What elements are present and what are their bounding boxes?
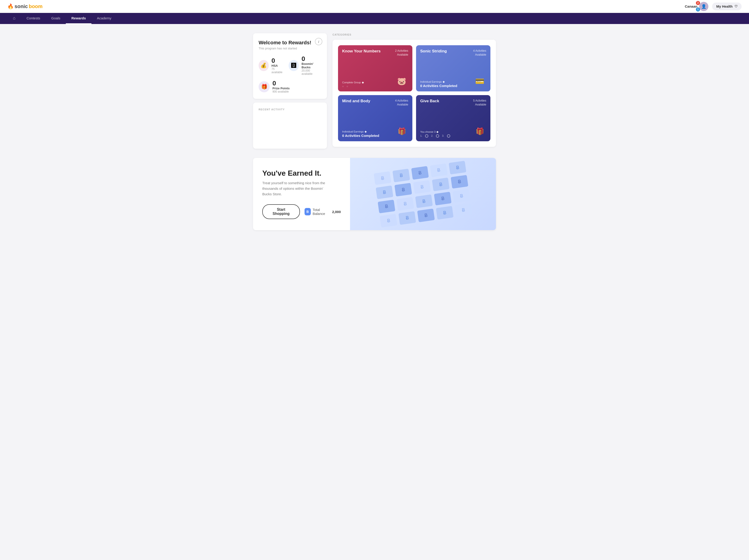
logo: 🔥 sonicboom (7, 3, 42, 9)
cat-bottom-left-sonic: Individual Earnings ◆ 0 Activities Compl… (420, 80, 457, 88)
info-icon: i (318, 40, 319, 44)
diamond-icon-know: ◆ (362, 81, 364, 84)
cat-count-line1-give: 5 Activities (473, 99, 486, 102)
dot-give-label-2: 2. (431, 134, 433, 137)
individual-earnings-label-mind: Individual Earnings (342, 130, 364, 133)
bucks-stat: 🅱 0 Boomin' Bucks 20,000 available (288, 56, 321, 76)
recent-activity-card: RECENT ACTIVITY (253, 103, 327, 149)
earnings-label-sonic: Individual Earnings ◆ (420, 80, 457, 83)
category-know-your-numbers[interactable]: Know Your Numbers 2 Activities Available… (338, 45, 412, 91)
categories-label: CATEGORIES (333, 33, 496, 36)
earnings-label-give: You choose 3 ◆ (420, 130, 450, 133)
cat-count-sonic: 4 Activities Available (473, 49, 486, 57)
welcome-subtitle: This program has not started (259, 47, 321, 50)
header-right: Canaan 2 1 👤 My Health ♡ (685, 2, 742, 11)
individual-earnings-label-sonic: Individual Earnings (420, 80, 442, 83)
cat-name-know: Know Your Numbers (342, 49, 381, 53)
cat-name-mind: Mind and Body (342, 99, 370, 103)
buck-note: Ƀ (449, 161, 466, 174)
dot-know-1: ○ (342, 85, 344, 88)
nav-contests[interactable]: Contests (21, 13, 46, 24)
logo-icon: 🔥 (7, 3, 14, 9)
buck-note: Ƀ (432, 177, 450, 191)
cat-icon-give: 🎁 (473, 125, 486, 137)
hsa-value: 0 (272, 58, 285, 64)
categories-card: Know Your Numbers 2 Activities Available… (333, 40, 496, 147)
cat-bottom-know: Complete Group ◆ ○ ○ 🐷 (342, 75, 408, 88)
user-info: Canaan 2 1 👤 (685, 2, 708, 11)
buck-note: Ƀ (434, 192, 451, 205)
cat-icon-mind: 🎁 (395, 125, 408, 137)
welcome-card: Welcome to Rewards! This program has not… (253, 33, 327, 99)
stats-row-top: 💰 0 HSA 75 available 🅱 0 Boomin' Bucks 2… (259, 56, 321, 76)
buck-note: Ƀ (376, 185, 393, 199)
diamond-icon-give: ◆ (436, 130, 438, 133)
nav-contests-label: Contests (26, 16, 40, 20)
balance-info: B Total Balance 2,000 (304, 208, 341, 216)
avatar: 👤 (699, 2, 708, 11)
nav-goals[interactable]: Goals (46, 13, 66, 24)
cat-icon-know: 🐷 (395, 75, 408, 88)
hsa-values: 0 HSA 75 available (272, 58, 285, 74)
cat-name-give: Give Back (420, 99, 439, 103)
welcome-title: Welcome to Rewards! (259, 40, 321, 46)
nav-academy-label: Academy (97, 16, 111, 20)
app-header: 🔥 sonicboom Canaan 2 1 👤 My Health ♡ (0, 0, 749, 13)
main-content: Welcome to Rewards! This program has not… (248, 33, 501, 149)
balance-label: Total Balance (313, 208, 330, 216)
cat-count-line2-give: Available (475, 103, 486, 106)
prize-value: 0 (273, 80, 290, 87)
nav-home[interactable]: ⌂ (7, 13, 21, 24)
dot-give-3 (447, 134, 450, 137)
user-name: Canaan (685, 4, 697, 8)
cat-count-line2-mind: Available (397, 103, 408, 106)
cat-count-line1-know: 2 Activities (395, 49, 408, 52)
prize-icon: 🎁 (259, 81, 270, 92)
prize-values: 0 Prize Points 900 available (273, 80, 290, 93)
cat-count-know: 2 Activities Available (395, 49, 408, 57)
bucks-available: 20,000 available (302, 69, 321, 76)
info-button[interactable]: i (315, 38, 322, 45)
buck-note: Ƀ (392, 169, 410, 182)
hsa-label: HSA (272, 64, 285, 67)
balance-badge-icon: B (304, 208, 311, 215)
buck-note: Ƀ (397, 197, 414, 211)
nav-academy[interactable]: Academy (91, 13, 117, 24)
complete-group-label: Complete Group (342, 81, 361, 84)
recent-activity-title: RECENT ACTIVITY (259, 108, 321, 111)
category-give-back[interactable]: Give Back 5 Activities Available You cho… (416, 95, 490, 141)
buck-note: Ƀ (436, 206, 453, 219)
cat-count-give: 5 Activities Available (473, 99, 486, 107)
logo-boom: boom (29, 3, 42, 9)
buck-note: Ƀ (378, 199, 395, 213)
cat-icon-sonic: 💳 (473, 75, 486, 88)
prize-available: 900 available (273, 90, 290, 93)
hsa-stat: 💰 0 HSA 75 available (259, 56, 285, 76)
earned-card: You've Earned It. Treat yourself to some… (253, 158, 496, 230)
earned-description: Treat yourself to something nice from th… (262, 180, 331, 197)
nav-rewards[interactable]: Rewards (66, 13, 91, 24)
prize-stat: 🎁 0 Prize Points 900 available (259, 80, 321, 93)
earned-title: You've Earned It. (262, 169, 341, 177)
buck-note: Ƀ (451, 175, 468, 188)
dot-know-2: ○ (346, 85, 348, 88)
my-health-button[interactable]: My Health ♡ (712, 2, 742, 10)
bucks-value: 0 (302, 56, 321, 62)
buck-note: Ƀ (394, 183, 412, 196)
category-sonic-striding[interactable]: Sonic Striding 4 Activities Available In… (416, 45, 490, 91)
start-shopping-button[interactable]: Start Shopping (262, 204, 300, 219)
category-mind-body[interactable]: Mind and Body 4 Activities Available Ind… (338, 95, 412, 141)
categories-grid: Know Your Numbers 2 Activities Available… (338, 45, 490, 141)
cat-bottom-sonic: Individual Earnings ◆ 0 Activities Compl… (420, 75, 486, 88)
earned-actions: Start Shopping B Total Balance 2,000 (262, 204, 341, 219)
buck-note: Ƀ (413, 180, 431, 194)
bucks-icon: 🅱 (288, 60, 299, 71)
bucks-values: 0 Boomin' Bucks 20,000 available (302, 56, 321, 76)
cat-count-line1-mind: 4 Activities (395, 99, 408, 102)
buck-note: Ƀ (411, 166, 429, 179)
dot-give-1 (425, 134, 428, 137)
earnings-label-know: Complete Group ◆ (342, 81, 364, 84)
completed-sonic: 0 Activities Completed (420, 84, 457, 88)
right-panel: CATEGORIES Know Your Numbers 2 Activitie… (333, 33, 496, 147)
hsa-icon: 💰 (259, 60, 269, 71)
